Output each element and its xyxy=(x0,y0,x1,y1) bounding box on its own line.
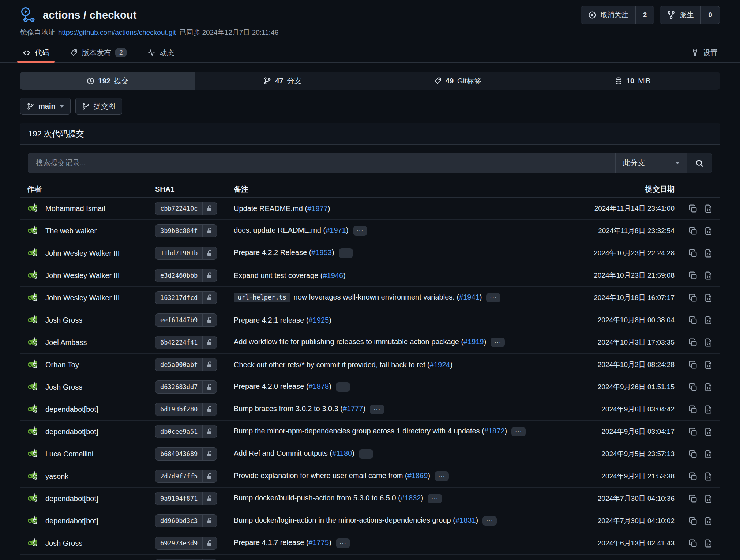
commit-sha-button[interactable]: 2d7d9f7ff5 xyxy=(155,470,217,483)
copy-sha-button[interactable] xyxy=(688,472,698,481)
commit-sha-button[interactable]: 11bd71901b xyxy=(155,247,217,260)
commit-author[interactable]: yasonk xyxy=(27,470,155,483)
browse-source-button[interactable] xyxy=(704,271,713,280)
browse-source-button[interactable] xyxy=(704,360,713,369)
tab-code[interactable]: 代码 xyxy=(20,43,52,62)
copy-sha-button[interactable] xyxy=(688,293,698,302)
watch-count[interactable]: 2 xyxy=(635,6,654,24)
browse-source-button[interactable] xyxy=(704,293,713,302)
browse-source-button[interactable] xyxy=(704,539,713,548)
expand-commit-button[interactable]: ··· xyxy=(428,494,442,503)
tab-releases[interactable]: 版本发布 2 xyxy=(68,43,129,62)
commit-author[interactable]: Josh Gross xyxy=(27,380,155,394)
issue-link[interactable]: #1924 xyxy=(430,361,450,369)
commit-author[interactable]: Orhan Toy xyxy=(27,358,155,371)
copy-sha-button[interactable] xyxy=(688,494,698,503)
commit-author[interactable]: The web walker xyxy=(27,224,155,237)
commit-sha-button[interactable]: 692973e3d9 xyxy=(155,537,217,550)
copy-sha-button[interactable] xyxy=(688,516,698,526)
search-input[interactable] xyxy=(28,153,615,173)
issue-link[interactable]: #1878 xyxy=(309,382,329,390)
commit-sha-button[interactable]: 6d193bf280 xyxy=(155,403,217,416)
expand-commit-button[interactable]: ··· xyxy=(359,449,373,459)
issue-link[interactable]: #1872 xyxy=(484,427,505,435)
issue-link[interactable]: #1775 xyxy=(309,538,329,546)
issue-link[interactable]: #1953 xyxy=(311,248,332,256)
commit-author[interactable]: John Wesley Walker III xyxy=(27,247,155,260)
commit-sha-button[interactable]: 9a9194f871 xyxy=(155,492,217,505)
browse-source-button[interactable] xyxy=(704,316,713,325)
commit-sha-button[interactable]: db0cee9a51 xyxy=(155,425,217,438)
search-button[interactable] xyxy=(687,153,712,173)
commit-author[interactable]: John Wesley Walker III xyxy=(27,269,155,282)
fork-count[interactable]: 0 xyxy=(700,6,720,24)
expand-commit-button[interactable]: ··· xyxy=(435,471,449,481)
expand-commit-button[interactable]: ··· xyxy=(491,338,505,347)
commit-sha-button[interactable]: 3b9b8c884f xyxy=(155,224,217,237)
copy-sha-button[interactable] xyxy=(688,316,698,325)
issue-link[interactable]: #1919 xyxy=(463,338,484,346)
commit-sha-button[interactable]: cbb722410c xyxy=(155,202,217,215)
commit-sha-button[interactable]: de5a000abf xyxy=(155,358,217,371)
tab-activity[interactable]: 动态 xyxy=(145,43,176,62)
commit-author[interactable]: John Wesley Walker III xyxy=(27,291,155,304)
browse-source-button[interactable] xyxy=(704,338,713,347)
issue-link[interactable]: #1777 xyxy=(343,405,363,413)
browse-source-button[interactable] xyxy=(704,516,713,526)
commit-author[interactable]: Josh Gross xyxy=(27,313,155,327)
issue-link[interactable]: #1941 xyxy=(459,293,480,301)
browse-source-button[interactable] xyxy=(704,472,713,481)
copy-sha-button[interactable] xyxy=(688,427,698,436)
commit-sha-button[interactable]: 6b42224f41 xyxy=(155,336,217,349)
copy-sha-button[interactable] xyxy=(688,539,698,548)
copy-sha-button[interactable] xyxy=(688,450,698,459)
fork-button[interactable]: 派生 0 xyxy=(660,6,720,24)
browse-source-button[interactable] xyxy=(704,405,713,414)
commit-author[interactable]: Joel Ambass xyxy=(27,336,155,349)
copy-sha-button[interactable] xyxy=(688,226,698,236)
mirror-url-link[interactable]: https://github.com/actions/checkout.git xyxy=(58,29,176,37)
stat-branches[interactable]: 47 分支 xyxy=(195,72,371,90)
commit-author[interactable]: dependabot[bot] xyxy=(27,514,155,527)
expand-commit-button[interactable]: ··· xyxy=(339,248,353,258)
stat-tags[interactable]: 49 Git标签 xyxy=(370,72,545,90)
issue-link[interactable]: #1869 xyxy=(407,471,428,480)
copy-sha-button[interactable] xyxy=(688,204,698,213)
browse-source-button[interactable] xyxy=(704,204,713,213)
commit-sha-button[interactable]: 163217dfcd xyxy=(155,291,217,304)
stat-commits[interactable]: 192 提交 xyxy=(20,72,195,90)
branch-selector[interactable]: main xyxy=(20,98,71,115)
commit-sha-button[interactable]: b684943689 xyxy=(155,447,217,461)
issue-link[interactable]: #1977 xyxy=(307,204,328,213)
copy-sha-button[interactable] xyxy=(688,338,698,347)
issue-link[interactable]: #1832 xyxy=(401,494,421,502)
commit-sha-button[interactable]: eef61447b9 xyxy=(155,313,217,327)
commit-graph-button[interactable]: 提交图 xyxy=(75,98,122,115)
browse-source-button[interactable] xyxy=(704,494,713,503)
commit-author[interactable]: Mohammad Ismail xyxy=(27,202,155,215)
browse-source-button[interactable] xyxy=(704,226,713,236)
commit-sha-button[interactable]: d632683dd7 xyxy=(155,380,217,394)
issue-link[interactable]: #1946 xyxy=(323,271,343,279)
expand-commit-button[interactable]: ··· xyxy=(370,405,384,414)
commit-author[interactable]: Josh Gross xyxy=(27,537,155,550)
expand-commit-button[interactable]: ··· xyxy=(482,516,497,526)
expand-commit-button[interactable]: ··· xyxy=(511,427,526,436)
branch-filter-dropdown[interactable]: 此分支 xyxy=(615,153,687,173)
stat-size[interactable]: 10 MiB xyxy=(545,72,720,90)
tab-settings[interactable]: 设置 xyxy=(689,43,720,62)
expand-commit-button[interactable]: ··· xyxy=(336,538,350,548)
commit-author[interactable]: dependabot[bot] xyxy=(27,403,155,416)
commit-author[interactable]: Luca Comellini xyxy=(27,447,155,461)
copy-sha-button[interactable] xyxy=(688,249,698,258)
browse-source-button[interactable] xyxy=(704,249,713,258)
commit-sha-button[interactable]: dd960bd3c3 xyxy=(155,514,217,527)
copy-sha-button[interactable] xyxy=(688,271,698,280)
browse-source-button[interactable] xyxy=(704,450,713,459)
issue-link[interactable]: #1925 xyxy=(309,316,329,324)
expand-commit-button[interactable]: ··· xyxy=(336,382,350,392)
copy-sha-button[interactable] xyxy=(688,383,698,392)
issue-link[interactable]: #1831 xyxy=(455,516,476,524)
expand-commit-button[interactable]: ··· xyxy=(486,293,500,302)
copy-sha-button[interactable] xyxy=(688,405,698,414)
